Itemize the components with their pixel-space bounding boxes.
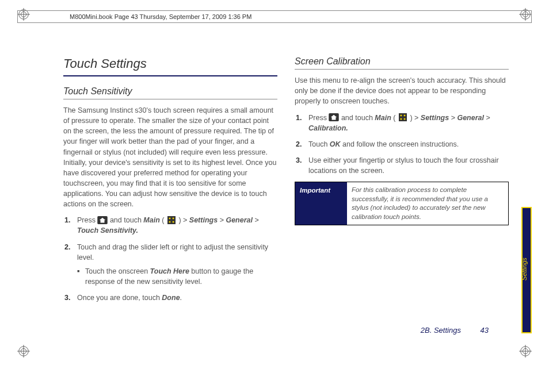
intro-paragraph: Use this menu to re-align the screen's t…	[295, 75, 509, 106]
svg-rect-17	[167, 216, 176, 224]
important-label: Important	[295, 182, 347, 225]
home-icon	[329, 113, 339, 121]
chapter-tab-label: Settings	[521, 258, 528, 280]
home-icon	[97, 216, 108, 224]
footer-section: 2B. Settings	[421, 326, 461, 335]
steps-list: 1. Press and touch Main ( ) > Settings >…	[295, 113, 509, 176]
registration-mark-icon	[519, 345, 532, 358]
svg-rect-19	[173, 218, 174, 220]
page-footer: 2B. Settings 43	[421, 326, 489, 335]
svg-rect-25	[404, 115, 406, 117]
steps-list: 1. Press and touch Main ( ) > Settings >…	[63, 215, 277, 303]
step-2-sub: Touch the onscreen Touch Here button to …	[77, 266, 277, 287]
right-column: Screen Calibration Use this menu to re-a…	[295, 55, 509, 335]
print-header-text: M800Mini.book Page 43 Thursday, Septembe…	[70, 13, 251, 20]
title-rule	[63, 75, 277, 76]
step-3: 3. Once you are done, touch Done.	[63, 293, 277, 303]
print-header: M800Mini.book Page 43 Thursday, Septembe…	[17, 10, 532, 23]
subsection-title: Touch Sensitivity	[63, 84, 277, 99]
intro-paragraph: The Samsung Instinct s30's touch screen …	[63, 105, 277, 209]
svg-rect-27	[404, 118, 406, 120]
chapter-tab: Settings	[521, 207, 532, 333]
main-grid-icon	[166, 216, 177, 224]
registration-mark-icon	[17, 345, 30, 358]
step-2: 2. Touch and drag the slider left or rig…	[63, 242, 277, 287]
step-3: 3. Use either your fingertip or stylus t…	[295, 155, 509, 176]
svg-rect-24	[401, 115, 402, 117]
svg-rect-23	[399, 113, 407, 121]
svg-rect-21	[173, 221, 174, 223]
subsection-title: Screen Calibration	[295, 55, 509, 70]
important-note: Important For this calibration process t…	[295, 182, 509, 225]
main-grid-icon	[398, 113, 408, 121]
svg-rect-18	[169, 218, 171, 220]
left-column: Touch Settings Touch Sensitivity The Sam…	[63, 55, 277, 335]
section-title: Touch Settings	[63, 55, 277, 73]
svg-rect-26	[401, 118, 402, 120]
page-content: Touch Settings Touch Sensitivity The Sam…	[63, 55, 509, 335]
step-2: 2. Touch OK and follow the onscreen inst…	[295, 139, 509, 149]
important-body: For this calibration process to complete…	[347, 182, 508, 225]
step-1: 1. Press and touch Main ( ) > Settings >…	[63, 215, 277, 236]
step-1: 1. Press and touch Main ( ) > Settings >…	[295, 113, 509, 133]
footer-page-number: 43	[481, 326, 489, 335]
svg-rect-20	[169, 221, 171, 223]
